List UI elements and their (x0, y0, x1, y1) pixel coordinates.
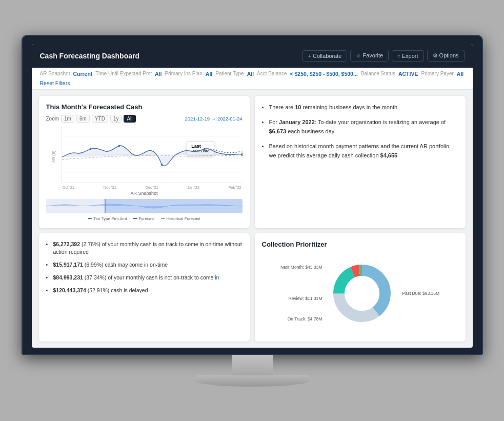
svg-point-8 (204, 148, 206, 150)
zoom-6m[interactable]: 6m (76, 115, 90, 123)
label-review: Review: $11.31M (280, 296, 322, 301)
avg-daily: $6,673 (269, 128, 287, 134)
label-past-due: Past Due: $93.35M (402, 291, 439, 296)
legend-forecast-dash (133, 218, 137, 219)
filter-ins-value[interactable]: All (206, 71, 212, 77)
svg-point-5 (89, 148, 91, 150)
monitor-stand-base (196, 375, 309, 387)
chart-area: AR ($) $0 $-2.5M (62, 127, 243, 183)
label-ontrack: On Track: $4.78M (280, 316, 322, 322)
filter-ar-snapshot-label: AR Snapshot (40, 71, 70, 76)
zoom-1m[interactable]: 1m (61, 115, 74, 123)
monitor-wrapper: Cash Forecasting Dashboard + Collaborate… (22, 35, 483, 387)
info-list: There are 10 remaining business days in … (262, 103, 458, 161)
filter-payer-value[interactable]: All (457, 71, 463, 77)
filter-bar: AR Snapshot Current Time Until Expected … (32, 68, 473, 90)
filter-ins-label: Primary Ins Plan (165, 71, 202, 76)
filter-acct-label: Acct Balance (257, 71, 287, 76)
info-item-1: There are 10 remaining business days in … (262, 103, 458, 112)
come-in-link[interactable]: in (215, 274, 219, 280)
amount-not-ontrack: $84,993,231 (53, 274, 83, 280)
top-bar: Cash Forecasting Dashboard + Collaborate… (32, 44, 473, 68)
legend-historical-label: Historical Forecast (167, 216, 200, 221)
chart-x-labels: Oct '21 Nov '21 Dec '21 Jan '22 Feb '22 (62, 185, 243, 190)
filter-acct-value[interactable]: < $250, $250 - $500, $500... (290, 71, 357, 77)
filter-ar-snapshot-value[interactable]: Current (73, 71, 92, 77)
month-label: January 2022 (279, 119, 315, 125)
filter-time-value[interactable]: All (155, 71, 162, 77)
donut-right-labels: Past Due: $93.35M (402, 291, 439, 296)
chart-svg: $0 $-2.5M (62, 127, 243, 183)
status-list: $6,272,392 (2.76%) of your monthly cash … (46, 240, 243, 295)
date-range: 2021-12-19 → 2022-01-24 (185, 116, 243, 122)
predicted-avg: $4,655 (380, 152, 398, 158)
favorite-btn[interactable]: ☆ Favorite (350, 50, 389, 62)
options-btn[interactable]: ⚙ Options (427, 50, 465, 62)
legend-pmt-dot (88, 218, 92, 219)
donut-chart-wrapper: Next Month: $43.83M Review: $11.31M On T… (280, 257, 439, 329)
info-item-3: Based on historical month payment patter… (262, 142, 458, 160)
monitor-stand-neck (232, 355, 273, 375)
x-label-feb: Feb '22 (229, 185, 241, 190)
x-label-jan: Jan '22 (187, 185, 199, 190)
info-card: There are 10 remaining business days in … (255, 96, 466, 228)
filter-patient-label: Patient Type (215, 71, 244, 76)
amount-delayed: $120,443,374 (53, 287, 86, 293)
svg-point-6 (118, 145, 120, 147)
chart-wrapper: Last Post Date AR ($) $0 (46, 127, 243, 221)
svg-point-9 (241, 153, 243, 156)
filter-payer-label: Primary Payer (421, 71, 453, 76)
x-label-dec: Dec '21 (145, 185, 158, 190)
legend-pmt-amt: Txn Type Pmt Amt (88, 216, 127, 221)
status-item-2: $15,917,171 (6.99%) cash may come in on-… (46, 261, 243, 269)
info-item-2: For January 2022: To-date your organizat… (262, 118, 458, 136)
dashboard-title: Cash Forecasting Dashboard (40, 52, 140, 60)
donut-left-labels: Next Month: $43.83M Review: $11.31M On T… (280, 265, 322, 322)
legend-pmt-label: Txn Type Pmt Amt (93, 216, 127, 221)
zoom-all[interactable]: All (124, 115, 135, 123)
legend-historical: Historical Forecast (161, 216, 200, 221)
days-remaining: 10 (295, 104, 301, 110)
chart-x-title: AR Snapshot (46, 191, 243, 196)
zoom-ytd[interactable]: YTD (92, 115, 108, 123)
zoom-1y[interactable]: 1y (110, 115, 122, 123)
donut-svg (326, 257, 398, 329)
chart-card: This Month's Forecasted Cash Zoom 1m 6m … (39, 96, 250, 228)
x-label-nov: Nov '21 (104, 185, 116, 190)
legend-forecast-label: Forecast (138, 216, 154, 221)
status-item-4: $120,443,374 (52.91%) cash is delayed (46, 287, 243, 295)
main-content: This Month's Forecasted Cash Zoom 1m 6m … (32, 90, 473, 348)
minimap-selection[interactable] (105, 199, 242, 213)
legend-forecast: Forecast (133, 216, 154, 221)
legend-historical-dash (161, 218, 165, 219)
x-label-oct: Oct '21 (63, 185, 75, 190)
amount-ontrack: $6,272,392 (53, 241, 80, 247)
status-item-1: $6,272,392 (2.76%) of your monthly cash … (46, 240, 243, 257)
amount-may-come: $15,917,171 (53, 262, 83, 268)
chart-legend: Txn Type Pmt Amt Forecast Historical For… (46, 216, 243, 221)
filter-patient-value[interactable]: All (247, 71, 254, 77)
collaborate-btn[interactable]: + Collaborate (303, 50, 348, 62)
monitor-screen: Cash Forecasting Dashboard + Collaborate… (22, 35, 483, 355)
label-next-month: Next Month: $43.83M (280, 265, 322, 270)
zoom-label: Zoom (46, 116, 59, 122)
filter-time-label: Time Until Expected Pmt (95, 71, 152, 76)
donut-container: Next Month: $43.83M Review: $11.31M On T… (262, 252, 458, 334)
collection-title: Collection Prioritizer (262, 240, 458, 248)
reset-filters-btn[interactable]: Reset Filters (40, 80, 70, 86)
status-item-3: $84,993,231 (37.34%) of your monthly cas… (46, 274, 243, 282)
chart-y-label: AR ($) (51, 151, 56, 163)
chart-minimap[interactable] (46, 199, 243, 213)
status-card: $6,272,392 (2.76%) of your monthly cash … (39, 233, 250, 342)
zoom-controls: Zoom 1m 6m YTD 1y All 2021-12-19 → 2022-… (46, 115, 243, 123)
filter-balance-value[interactable]: ACTIVE (398, 71, 418, 77)
export-btn[interactable]: ↑ Export (392, 50, 424, 62)
svg-point-15 (345, 276, 379, 311)
svg-point-7 (160, 164, 163, 166)
top-bar-actions: + Collaborate ☆ Favorite ↑ Export ⚙ Opti… (303, 50, 465, 62)
monitor-inner: Cash Forecasting Dashboard + Collaborate… (32, 44, 473, 348)
filter-balance-label: Balance Status (361, 71, 395, 76)
collection-card: Collection Prioritizer Next Month: $43.8… (255, 233, 466, 342)
chart-title: This Month's Forecasted Cash (46, 103, 243, 111)
